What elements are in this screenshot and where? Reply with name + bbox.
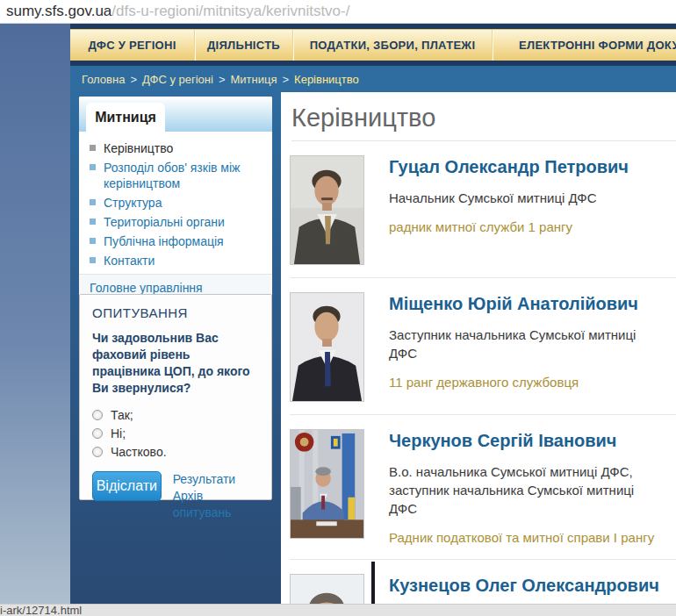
person-name-link[interactable]: Міщенко Юрій Анатолійович <box>389 293 652 314</box>
main-navigation: ДФС У РЕГІОНІ ДІЯЛЬНІСТЬ ПОДАТКИ, ЗБОРИ,… <box>70 29 676 61</box>
nav-tab-dfs-u-regioni[interactable]: ДФС У РЕГІОНІ <box>70 30 194 61</box>
sidebar-item-label: Контакти <box>104 253 155 269</box>
url-domain: sumy.sfs.gov.ua <box>6 3 111 19</box>
person-position: Заступник начальника Сумської митниці ДФ… <box>389 326 652 362</box>
poll-actions: Відіслати Результати Архів опитувань <box>92 471 259 521</box>
sidebar-item-label: Публічна інформація <box>104 233 224 249</box>
poll-links: Результати Архів опитувань <box>173 471 259 521</box>
bullet-square-icon <box>90 238 96 244</box>
person-rank: 11 ранг державного службовця <box>389 374 652 391</box>
poll-options: Так; Ні; Частково. <box>92 408 259 459</box>
sidebar-item-label: Структура <box>104 195 162 211</box>
person-card: Міщенко Юрій Анатолійович Заступник нача… <box>290 278 676 415</box>
sidebar-item-kerivnitstvo[interactable]: Керівництво <box>90 139 263 158</box>
site-content: ДФС У РЕГІОНІ ДІЯЛЬНІСТЬ ПОДАТКИ, ЗБОРИ,… <box>70 24 676 604</box>
sidebar-menu-box: Митниця Керівництво Розподіл обов' язків… <box>79 97 272 303</box>
nav-tab-diyalnist[interactable]: ДІЯЛЬНІСТЬ <box>194 30 292 61</box>
poll-title: ОПИТУВАННЯ <box>92 305 259 320</box>
breadcrumb-home[interactable]: Головна <box>82 73 125 86</box>
breadcrumb-mitnitsya[interactable]: Митниця <box>231 73 277 86</box>
status-bar: i-ark/12714.html <box>0 604 676 616</box>
page-edge-line <box>371 562 375 604</box>
portrait-photo <box>290 429 364 539</box>
status-link-text: i-ark/12714.html <box>0 604 82 616</box>
sidebar-menu: Керівництво Розподіл обов' язків між кер… <box>79 132 272 274</box>
person-position: В.о. начальника Сумської митниці ДФС, за… <box>389 462 652 518</box>
person-name-link[interactable]: Гуцал Олександр Петрович <box>389 156 629 177</box>
sidebar-tab-mitnitsya[interactable]: Митниця <box>86 103 165 132</box>
portrait-photo <box>290 574 364 604</box>
bullet-square-icon <box>90 257 96 263</box>
url-path: /dfs-u-regioni/mitnitsya/kerivnitstvo-/ <box>111 3 349 19</box>
poll-submit-button[interactable]: Відіслати <box>92 471 162 501</box>
person-name-link[interactable]: Черкунов Сергій Іванович <box>389 430 654 451</box>
address-bar[interactable]: sumy.sfs.gov.ua/dfs-u-regioni/mitnitsya/… <box>0 0 676 24</box>
sidebar-item-rozpodil[interactable]: Розподіл обов' язків між керівництвом <box>90 158 263 193</box>
person-info: Кузнецов Олег Олександрович Перший засту… <box>389 574 659 604</box>
breadcrumb: Головна>ДФС у регіоні>Митниця>Керівництв… <box>82 73 359 86</box>
page-title: Керівництво <box>291 103 676 133</box>
main-content: Керівництво <box>281 92 676 604</box>
person-name-link[interactable]: Кузнецов Олег Олександрович <box>389 575 659 596</box>
breadcrumb-separator: > <box>219 73 226 86</box>
breadcrumb-separator: > <box>282 73 289 86</box>
person-rank: Радник податкової та митної справи І ран… <box>389 529 654 547</box>
sidebar-item-label: Територіальні органи <box>104 214 225 230</box>
sidebar-item-teritorialni-organi[interactable]: Територіальні органи <box>90 212 263 232</box>
breadcrumb-separator: > <box>130 73 137 86</box>
poll-option-ni: Ні; <box>92 426 259 441</box>
bullet-square-icon <box>90 218 96 225</box>
portrait-photo <box>290 292 364 402</box>
poll-results-link[interactable]: Результати <box>173 471 259 488</box>
poll-widget: ОПИТУВАННЯ Чи задовольнив Вас фаховий рі… <box>79 294 272 500</box>
sidebar-item-struktura[interactable]: Структура <box>90 193 263 212</box>
nav-tab-podatki[interactable]: ПОДАТКИ, ЗБОРИ, ПЛАТЕЖІ <box>292 30 492 61</box>
page-body: Головна>ДФС у регіоні>Митниця>Керівництв… <box>70 66 676 604</box>
portrait-photo <box>290 155 364 265</box>
breadcrumb-dfs-region[interactable]: ДФС у регіоні <box>142 73 213 86</box>
poll-option-label[interactable]: Так; <box>111 408 133 422</box>
person-rank: радник митної служби 1 рангу <box>389 218 629 236</box>
poll-archive-link[interactable]: Архів опитувань <box>173 488 259 521</box>
radio-icon[interactable] <box>92 410 103 420</box>
radio-icon[interactable] <box>92 447 103 457</box>
poll-option-tak: Так; <box>92 408 259 422</box>
sidebar-item-label: Розподіл обов' язків між керівництвом <box>104 160 263 191</box>
breadcrumb-current: Керівництво <box>294 73 359 86</box>
person-card: Гуцал Олександр Петрович Начальник Сумсь… <box>290 141 676 278</box>
person-card: Кузнецов Олег Олександрович Перший засту… <box>290 560 676 604</box>
person-card: Черкунов Сергій Іванович В.о. начальника… <box>290 415 676 560</box>
person-position: Начальник Сумської митниці ДФС <box>389 189 629 207</box>
sidebar-item-publichna-informatsiya[interactable]: Публічна інформація <box>90 232 263 251</box>
nav-tab-elektronni-formi[interactable]: ЕЛЕКТРОННІ ФОРМИ ДОКУМ <box>492 30 676 61</box>
person-info: Черкунов Сергій Іванович В.о. начальника… <box>389 429 654 547</box>
radio-icon[interactable] <box>92 428 103 439</box>
poll-option-label[interactable]: Частково. <box>111 445 167 459</box>
bullet-square-icon <box>90 199 96 205</box>
sidebar-header: Митниця <box>79 97 272 132</box>
bullet-square-icon <box>90 145 96 151</box>
poll-option-chastkovo: Частково. <box>92 445 259 459</box>
poll-option-label[interactable]: Ні; <box>111 426 126 441</box>
person-info: Гуцал Олександр Петрович Начальник Сумсь… <box>389 155 629 265</box>
sidebar-item-kontakti[interactable]: Контакти <box>90 251 263 270</box>
page-left-margin <box>0 24 70 604</box>
browser-window: sumy.sfs.gov.ua/dfs-u-regioni/mitnitsya/… <box>0 0 676 616</box>
person-info: Міщенко Юрій Анатолійович Заступник нача… <box>389 292 652 402</box>
sidebar-item-label: Керівництво <box>104 140 173 156</box>
bullet-square-icon <box>90 164 96 170</box>
poll-question: Чи задовольнив Вас фаховий рівень праців… <box>92 330 259 397</box>
